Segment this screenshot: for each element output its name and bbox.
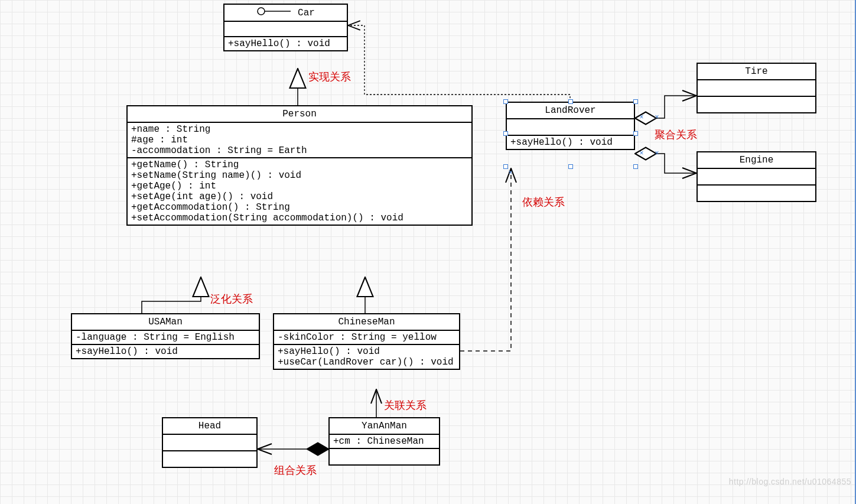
edge-landrover-tire (635, 96, 696, 118)
class-engine-ops (698, 186, 815, 201)
svg-point-0 (258, 8, 265, 15)
class-landrover-attrs (507, 119, 634, 136)
class-person-attrs: +name : String #age : int -accommodation… (128, 123, 471, 158)
label-aggregation: 聚合关系 (655, 128, 697, 142)
sel-handle[interactable] (503, 99, 508, 104)
class-engine[interactable]: Engine (696, 151, 816, 202)
class-chineseman-title: ChineseMan (274, 314, 459, 331)
class-person-ops: +getName() : String +setName(String name… (128, 158, 471, 225)
class-head-ops (163, 451, 256, 467)
class-yananman[interactable]: YanAnMan +cm : ChineseMan (328, 417, 440, 466)
class-chineseman-name: ChineseMan (338, 317, 395, 327)
class-tire-title: Tire (698, 64, 815, 80)
interface-icon (256, 7, 292, 18)
class-chineseman-ops: +sayHello() : void +useCar(LandRover car… (274, 345, 459, 369)
label-generalization: 泛化关系 (210, 292, 253, 306)
class-engine-title: Engine (698, 152, 815, 169)
class-usaman-name: USAMan (148, 317, 183, 327)
person-op-1: +setName(String name)() : void (131, 170, 468, 181)
label-realization: 实现关系 (308, 70, 351, 84)
class-usaman-ops: +sayHello() : void (72, 345, 259, 358)
class-yananman-ops (330, 449, 439, 464)
sel-handle[interactable] (633, 131, 638, 136)
usaman-attr-0: -language : String = English (76, 332, 255, 343)
diagram-canvas[interactable]: Car +sayHello() : void Person +name : St… (0, 0, 856, 504)
usaman-op-0: +sayHello() : void (76, 346, 255, 357)
class-engine-name: Engine (740, 155, 774, 165)
sel-handle[interactable] (503, 131, 508, 136)
car-op-0: +sayHello() : void (228, 38, 343, 49)
class-landrover[interactable]: LandRover +sayHello() : void (506, 102, 635, 150)
person-op-5: +setAccommodation(String accommodation)(… (131, 213, 468, 223)
class-car[interactable]: Car +sayHello() : void (223, 4, 348, 51)
label-dependency: 依赖关系 (522, 195, 565, 209)
class-tire-name: Tire (745, 66, 767, 77)
class-person-name: Person (282, 109, 317, 119)
class-head-name: Head (198, 421, 221, 431)
class-landrover-ops: +sayHello() : void (507, 136, 634, 149)
connector-anchor-x[interactable]: × (639, 115, 644, 119)
landrover-op-0: +sayHello() : void (510, 137, 630, 148)
person-op-0: +getName() : String (131, 160, 468, 170)
person-attr-1: #age : int (131, 135, 468, 145)
sel-handle[interactable] (503, 164, 508, 169)
sel-handle[interactable] (633, 164, 638, 169)
sel-handle[interactable] (568, 164, 573, 169)
class-head-attrs (163, 435, 256, 451)
chineseman-op-1: +useCar(LandRover car)() : void (278, 357, 455, 368)
connector-anchor-x[interactable]: × (639, 151, 644, 155)
yananman-attr-0: +cm : ChineseMan (333, 436, 435, 447)
chineseman-op-0: +sayHello() : void (278, 346, 455, 357)
class-tire-ops (698, 97, 815, 112)
person-op-4: +getAccommodation() : String (131, 202, 468, 213)
class-tire-attrs (698, 80, 815, 97)
connector-anchor-x[interactable]: × (508, 170, 513, 175)
class-usaman-title: USAMan (72, 314, 259, 331)
class-head[interactable]: Head (162, 417, 258, 468)
class-car-ops: +sayHello() : void (224, 37, 347, 50)
label-association: 关联关系 (384, 398, 427, 412)
class-landrover-title: LandRover (507, 103, 634, 119)
class-person[interactable]: Person +name : String #age : int -accomm… (126, 105, 473, 226)
class-usaman[interactable]: USAMan -language : String = English +say… (71, 313, 260, 359)
class-engine-attrs (698, 169, 815, 186)
watermark: http://blog.csdn.net/u01064855 (729, 477, 851, 486)
person-op-2: +getAge() : int (131, 181, 468, 191)
edge-landrover-engine (635, 154, 696, 173)
class-yananman-title: YanAnMan (330, 418, 439, 435)
person-op-3: +setAge(int age)() : void (131, 191, 468, 202)
class-landrover-name: LandRover (545, 105, 595, 116)
class-person-title: Person (128, 106, 471, 123)
connector-anchor-x[interactable]: × (655, 115, 659, 119)
sel-handle[interactable] (633, 99, 638, 104)
sel-handle[interactable] (568, 99, 573, 104)
class-chineseman-attrs: -skinColor : String = yellow (274, 331, 459, 345)
edge-landrover-car (348, 25, 570, 102)
person-attr-2: -accommodation : String = Earth (131, 145, 468, 156)
edge-usaman-person (142, 277, 201, 313)
connector-anchor-x[interactable]: × (655, 151, 659, 155)
class-car-name: Car (298, 8, 315, 18)
label-composition: 组合关系 (274, 463, 317, 477)
class-yananman-name: YanAnMan (362, 421, 407, 431)
class-car-attrs (224, 22, 347, 37)
class-yananman-attrs: +cm : ChineseMan (330, 435, 439, 449)
chineseman-attr-0: -skinColor : String = yellow (278, 332, 455, 343)
class-tire[interactable]: Tire (696, 63, 816, 113)
class-chineseman[interactable]: ChineseMan -skinColor : String = yellow … (273, 313, 460, 370)
class-car-title: Car (224, 5, 347, 22)
class-usaman-attrs: -language : String = English (72, 331, 259, 345)
person-attr-0: +name : String (131, 124, 468, 135)
class-head-title: Head (163, 418, 256, 435)
